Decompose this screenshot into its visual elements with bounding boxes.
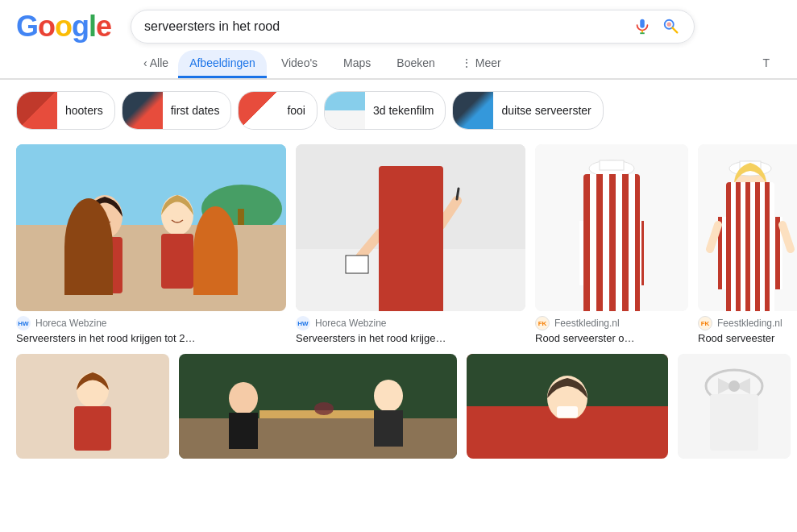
chip-deutsche[interactable]: duitse serveerster [452, 91, 603, 130]
image-thumb-2 [296, 144, 525, 311]
chip-hooters[interactable]: hooters [16, 91, 115, 130]
image-card-r2-3[interactable] [467, 354, 668, 459]
logo-o2: o [55, 10, 72, 44]
chip-thumb-hooters [17, 92, 57, 129]
chip-thumb-firstdates [122, 92, 163, 129]
svg-point-57 [314, 402, 334, 415]
image-card-3[interactable]: FK Feestkleding.nl Rood serveerster o… [535, 144, 688, 344]
svg-rect-19 [382, 185, 438, 197]
image-thumb-r2-1 [16, 354, 169, 459]
svg-rect-34 [596, 285, 607, 301]
svg-rect-33 [600, 160, 624, 170]
image-thumb-3 [535, 144, 688, 311]
svg-rect-24 [386, 305, 399, 311]
image-card-1[interactable]: HW Horeca Webzine Serveersters in het ro… [16, 144, 286, 344]
svg-point-4 [667, 23, 672, 27]
site-name-2: Horeca Webzine [315, 318, 387, 329]
chip-firstdates[interactable]: first dates [122, 91, 232, 130]
svg-rect-13 [161, 234, 193, 289]
svg-rect-53 [74, 406, 111, 451]
chip-3d[interactable]: 3d tekenfilm [324, 91, 446, 130]
search-icons [633, 17, 681, 36]
svg-rect-0 [640, 19, 645, 28]
tab-boeken[interactable]: Boeken [385, 50, 446, 78]
image-card-r2-1[interactable] [16, 354, 169, 459]
svg-point-18 [382, 175, 438, 194]
search-input[interactable] [144, 19, 623, 34]
site-name-3: Feestkleding.nl [554, 318, 620, 329]
svg-rect-48 [755, 288, 766, 304]
svg-rect-66 [557, 406, 578, 418]
image-meta-1: HW Horeca Webzine [16, 316, 286, 330]
nav-back-button[interactable]: ‹ Alle [137, 50, 175, 78]
logo-g: G [16, 10, 38, 44]
image-card-4[interactable]: FK Feestkleding.nl Rood serveester [698, 144, 797, 344]
tab-maps[interactable]: Maps [332, 50, 382, 78]
favicon-3: FK [535, 316, 550, 330]
filter-chips: hooters first dates fooi 3d tekenfilm du… [0, 83, 797, 138]
svg-rect-9 [16, 225, 286, 311]
image-title-4: Rood serveester [698, 332, 797, 344]
image-card-r2-2[interactable] [179, 354, 457, 459]
svg-rect-55 [179, 418, 457, 459]
logo-e: e [96, 10, 111, 44]
image-title-1: Serveersters in het rood krijgen tot 2… [16, 332, 286, 344]
svg-point-50 [753, 301, 767, 309]
svg-point-60 [374, 380, 403, 412]
svg-rect-61 [374, 410, 403, 447]
tab-afbeeldingen[interactable]: Afbeeldingen [178, 50, 267, 78]
search-bar [131, 10, 695, 44]
svg-point-37 [615, 298, 629, 306]
svg-rect-59 [229, 413, 258, 449]
image-thumb-r2-3 [467, 354, 668, 459]
svg-rect-16 [380, 217, 441, 311]
logo-g2: g [72, 10, 89, 44]
tab-tools[interactable]: T [751, 50, 781, 78]
site-name-4: Feestkleding.nl [717, 318, 782, 329]
site-name-1: Horeca Webzine [35, 318, 107, 329]
svg-point-49 [733, 301, 747, 309]
favicon-4: FK [698, 316, 712, 330]
svg-line-21 [457, 189, 459, 199]
image-grid-row2 [0, 351, 797, 465]
nav-tabs: ‹ Alle Afbeeldingen Video's Maps Boeken … [0, 50, 797, 79]
lens-icon[interactable] [662, 17, 681, 36]
image-meta-2: HW Horeca Webzine [296, 316, 525, 330]
chip-thumb-fooi [239, 92, 279, 129]
favicon-2: HW [296, 316, 310, 330]
svg-line-5 [672, 27, 677, 32]
svg-point-69 [729, 380, 740, 392]
svg-rect-25 [423, 305, 436, 311]
chip-fooi[interactable]: fooi [238, 91, 318, 130]
favicon-1: HW [16, 316, 31, 330]
chip-label-3d: 3d tekenfilm [365, 104, 445, 117]
svg-point-17 [388, 177, 433, 228]
svg-rect-44 [729, 221, 772, 269]
svg-point-36 [594, 298, 608, 306]
tab-videos[interactable]: Video's [270, 50, 329, 78]
mic-icon[interactable] [633, 17, 652, 36]
chip-label-firstdates: first dates [163, 104, 231, 117]
logo-o1: o [38, 10, 55, 44]
logo-l: l [89, 10, 96, 44]
image-grid-row1: HW Horeca Webzine Serveersters in het ro… [0, 138, 797, 351]
image-title-3: Rood serveerster o… [535, 332, 688, 344]
svg-rect-28 [579, 221, 644, 285]
svg-rect-15 [296, 249, 525, 311]
image-card-r2-4[interactable] [678, 354, 791, 459]
image-thumb-1 [16, 144, 286, 311]
image-meta-4: FK Feestkleding.nl [698, 316, 797, 330]
tab-meer[interactable]: ⋮ Meer [450, 50, 513, 78]
chip-thumb-3d [325, 92, 365, 129]
image-meta-3: FK Feestkleding.nl [535, 316, 688, 330]
svg-point-58 [229, 382, 258, 414]
image-thumb-r2-4 [678, 354, 791, 459]
chip-label-fooi: fooi [279, 104, 317, 117]
image-thumb-r2-2 [179, 354, 457, 459]
chip-label-deutsche: duitse serveerster [493, 104, 602, 117]
svg-rect-11 [87, 237, 122, 293]
svg-rect-35 [616, 285, 628, 301]
image-card-2[interactable]: HW Horeca Webzine Serveersters in het ro… [296, 144, 525, 344]
svg-rect-31 [592, 225, 632, 273]
google-logo: Google [16, 10, 111, 44]
